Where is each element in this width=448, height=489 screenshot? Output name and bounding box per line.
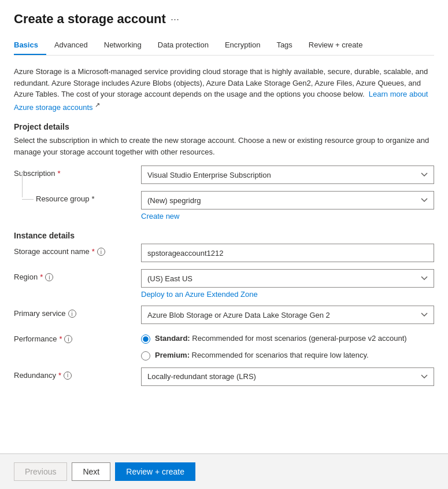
instance-details-section: Instance details Storage account name * … bbox=[14, 231, 434, 385]
redundancy-label: Redundancy * i bbox=[14, 367, 141, 380]
primary-service-dropdown[interactable]: Azure Blob Storage or Azure Data Lake St… bbox=[141, 306, 434, 324]
subscription-control: Visual Studio Enterprise Subscription bbox=[141, 166, 434, 184]
resource-group-indent: Resource group * bbox=[14, 191, 141, 203]
page-title: Create a storage account bbox=[14, 12, 166, 27]
performance-radio-group: Standard: Recommended for most scenarios… bbox=[141, 331, 434, 360]
tab-advanced[interactable]: Advanced bbox=[46, 36, 96, 55]
page-description: Azure Storage is a Microsoft-managed ser… bbox=[14, 66, 434, 113]
region-control: (US) East US Deploy to an Azure Extended… bbox=[141, 269, 434, 299]
region-label: Region * i bbox=[14, 269, 141, 281]
instance-details-title: Instance details bbox=[14, 231, 434, 240]
tab-encryption[interactable]: Encryption bbox=[217, 36, 268, 55]
storage-account-name-control bbox=[141, 244, 434, 262]
region-row: Region * i (US) East US Deploy to an Azu… bbox=[14, 269, 434, 299]
resource-group-dropdown[interactable]: (New) spegridrg bbox=[141, 191, 434, 209]
project-details-title: Project details bbox=[14, 122, 434, 131]
subscription-required: * bbox=[58, 169, 61, 178]
region-info-icon[interactable]: i bbox=[45, 273, 53, 281]
storage-account-name-label: Storage account name * i bbox=[14, 244, 141, 256]
resource-group-row: Resource group * (New) spegridrg Create … bbox=[14, 191, 434, 220]
resource-group-required: * bbox=[92, 194, 95, 203]
tab-review-create[interactable]: Review + create bbox=[301, 36, 371, 55]
redundancy-info-icon[interactable]: i bbox=[64, 372, 72, 380]
primary-service-control: Azure Blob Storage or Azure Data Lake St… bbox=[141, 306, 434, 324]
ellipsis-menu-icon[interactable]: ··· bbox=[171, 13, 179, 25]
performance-standard-label: Standard: Recommended for most scenarios… bbox=[155, 333, 407, 344]
resource-group-label: Resource group * bbox=[14, 194, 95, 203]
redundancy-dropdown[interactable]: Locally-redundant storage (LRS) bbox=[141, 367, 434, 386]
tab-tags[interactable]: Tags bbox=[268, 36, 300, 55]
performance-required: * bbox=[59, 334, 62, 343]
deploy-extended-zone-link[interactable]: Deploy to an Azure Extended Zone bbox=[141, 290, 258, 299]
performance-control: Standard: Recommended for most scenarios… bbox=[141, 331, 434, 360]
region-dropdown[interactable]: (US) East US bbox=[141, 269, 434, 288]
storage-account-name-row: Storage account name * i bbox=[14, 244, 434, 262]
subscription-label: Subscription * bbox=[14, 166, 141, 178]
previous-button[interactable]: Previous bbox=[14, 462, 67, 481]
storage-name-required: * bbox=[92, 247, 95, 256]
performance-standard-option[interactable]: Standard: Recommended for most scenarios… bbox=[141, 333, 434, 344]
subscription-row: Subscription * Visual Studio Enterprise … bbox=[14, 166, 434, 184]
performance-premium-option[interactable]: Premium: Recommended for scenarios that … bbox=[141, 350, 434, 361]
external-link-icon: ↗ bbox=[95, 101, 100, 108]
primary-service-info-icon[interactable]: i bbox=[68, 310, 76, 318]
redundancy-control: Locally-redundant storage (LRS) bbox=[141, 367, 434, 386]
primary-service-label: Primary service i bbox=[14, 306, 141, 318]
resource-group-control: (New) spegridrg Create new bbox=[141, 191, 434, 220]
performance-row: Performance * i Standard: Recommended fo… bbox=[14, 331, 434, 360]
tab-data-protection[interactable]: Data protection bbox=[150, 36, 217, 55]
region-required: * bbox=[40, 273, 43, 281]
redundancy-row: Redundancy * i Locally-redundant storage… bbox=[14, 367, 434, 386]
tab-networking[interactable]: Networking bbox=[96, 36, 150, 55]
redundancy-required: * bbox=[58, 371, 61, 380]
performance-premium-label: Premium: Recommended for scenarios that … bbox=[155, 350, 369, 361]
create-new-resource-group-link[interactable]: Create new bbox=[141, 212, 179, 220]
tab-navigation: Basics Advanced Networking Data protecti… bbox=[14, 36, 434, 56]
subscription-dropdown[interactable]: Visual Studio Enterprise Subscription bbox=[141, 166, 434, 184]
storage-name-info-icon[interactable]: i bbox=[97, 248, 105, 256]
performance-info-icon[interactable]: i bbox=[64, 335, 72, 343]
tab-basics[interactable]: Basics bbox=[14, 36, 46, 55]
primary-service-row: Primary service i Azure Blob Storage or … bbox=[14, 306, 434, 324]
review-create-button[interactable]: Review + create bbox=[115, 462, 195, 481]
storage-account-name-input[interactable] bbox=[141, 244, 434, 262]
performance-label: Performance * i bbox=[14, 331, 141, 343]
footer: Previous Next Review + create bbox=[0, 454, 448, 489]
next-button[interactable]: Next bbox=[72, 462, 110, 481]
project-details-description: Select the subscription in which to crea… bbox=[14, 135, 434, 157]
project-details-section: Project details Select the subscription … bbox=[14, 122, 434, 220]
performance-premium-radio[interactable] bbox=[141, 351, 150, 361]
performance-standard-radio[interactable] bbox=[141, 334, 150, 344]
